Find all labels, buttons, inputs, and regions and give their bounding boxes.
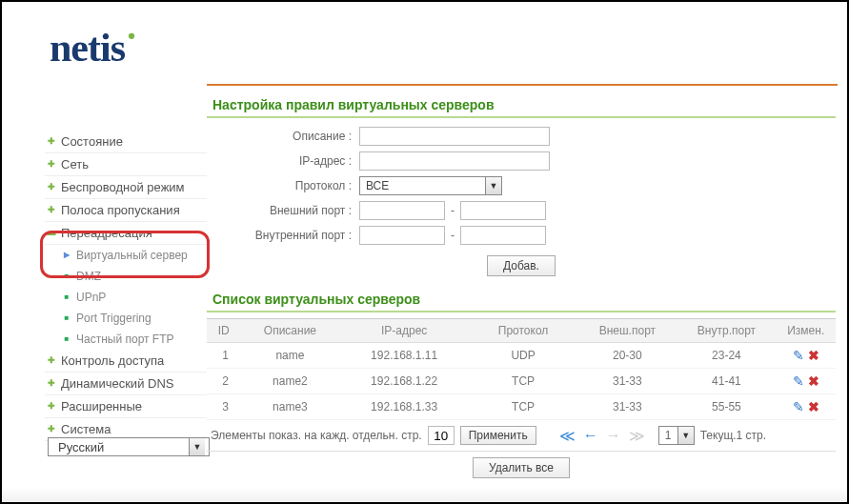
sidebar-item-advanced[interactable]: ✚Расширенные [45,395,207,418]
label-description: Описание : [207,130,359,143]
sidebar-item-upnp[interactable]: ■UPnP [45,287,207,308]
delete-icon[interactable]: ✖ [808,373,819,389]
dash-separator: - [451,204,455,217]
stop-icon: ■ [62,272,71,281]
minus-icon: ▬ [47,229,56,238]
th-id: ID [207,319,240,343]
per-page-label: Элементы показ. на кажд. отдельн. стр. [211,429,422,442]
plus-icon: ✚ [47,356,56,366]
sidebar-item-dmz[interactable]: ■DMZ [45,266,207,287]
section-title-list: Список виртуальных серверов [207,288,836,312]
page-select[interactable]: 1 ▼ [658,426,695,445]
virtual-servers-table: ID Описание IP-адрес Протокол Внеш.порт … [207,318,836,420]
stop-icon: ■ [62,292,71,302]
plus-icon: ✚ [47,160,56,170]
sidebar-item-ftp-port[interactable]: ■Частный порт FTP [45,329,207,350]
table-row: 2name2192.168.1.22TCP31-3341-41 ✎✖ [207,369,836,394]
edit-icon[interactable]: ✎ [793,373,804,389]
sidebar-item-network[interactable]: ✚Сеть [45,153,207,176]
sidebar-item-virtual-server[interactable]: ▶Виртуальный сервер [45,245,207,266]
sidebar-item-ddns[interactable]: ✚Динамический DNS [45,373,207,395]
chevron-down-icon: ▼ [189,438,205,455]
plus-icon: ✚ [47,206,56,215]
chevron-down-icon: ▼ [677,427,694,444]
label-ip: IP-адрес : [207,154,359,168]
edit-icon[interactable]: ✎ [793,399,804,414]
th-ip: IP-адрес [339,319,468,343]
prev-page-icon[interactable]: ← [583,427,598,445]
sidebar-item-access-control[interactable]: ✚Контроль доступа [45,350,207,373]
int-port-from-input[interactable] [359,226,445,245]
pager: Элементы показ. на кажд. отдельн. стр. П… [207,420,836,451]
table-row: 1name192.168.1.11UDP20-3023-24 ✎✖ [207,343,836,369]
delete-icon[interactable]: ✖ [808,348,819,363]
per-page-input[interactable] [428,426,455,445]
stop-icon: ■ [62,334,71,344]
int-port-to-input[interactable] [460,226,546,245]
dash-separator: - [451,229,455,242]
next-page-icon[interactable]: → [606,427,621,445]
stop-icon: ■ [62,313,71,323]
plus-icon: ✚ [47,402,56,412]
sidebar-item-forwarding[interactable]: ▬Переадресация [45,222,207,245]
delete-all-button[interactable]: Удалить все [473,457,570,478]
ext-port-from-input[interactable] [359,201,445,220]
plus-icon: ✚ [47,183,56,192]
ext-port-to-input[interactable] [460,201,546,220]
section-title-settings: Настройка правил виртуальных серверов [207,93,836,118]
description-input[interactable] [359,127,550,146]
ip-input[interactable] [359,151,550,171]
divider-top [207,84,838,86]
label-int-port: Внутренний порт : [207,229,359,242]
th-desc: Описание [240,319,339,343]
th-ext: Внеш.порт [577,319,677,343]
brand-logo: netis˙ [50,25,137,71]
sidebar-item-wireless[interactable]: ✚Беспроводной режим [45,176,207,199]
th-int: Внутр.порт [677,319,776,343]
delete-icon[interactable]: ✖ [808,399,819,414]
th-mod: Измен. [777,319,837,343]
sidebar: ✚Состояние ✚Сеть ✚Беспроводной режим ✚По… [45,131,207,441]
th-proto: Протокол [469,319,578,343]
first-page-icon[interactable]: ≪ [559,427,576,445]
protocol-select[interactable]: ВСЕ ▼ [359,176,502,195]
language-select[interactable]: Русский ▼ [48,437,210,456]
plus-icon: ✚ [47,379,56,389]
label-ext-port: Внешний порт : [207,204,359,217]
add-button[interactable]: Добав. [487,255,556,276]
arrow-icon: ▶ [62,251,71,260]
table-row: 3name3192.168.1.33TCP31-3355-55 ✎✖ [207,394,836,420]
chevron-down-icon: ▼ [485,177,501,194]
plus-icon: ✚ [47,425,56,434]
label-protocol: Протокол : [207,179,359,192]
plus-icon: ✚ [47,137,56,147]
sidebar-item-status[interactable]: ✚Состояние [45,131,207,153]
footer-shade [2,487,847,502]
edit-icon[interactable]: ✎ [793,348,804,363]
last-page-icon[interactable]: ≫ [629,427,645,445]
sidebar-item-port-triggering[interactable]: ■Port Triggering [45,308,207,329]
sidebar-item-bandwidth[interactable]: ✚Полоса пропускания [45,199,207,222]
current-page-label: Текущ.1 стр. [700,429,766,442]
apply-button[interactable]: Применить [460,426,536,445]
